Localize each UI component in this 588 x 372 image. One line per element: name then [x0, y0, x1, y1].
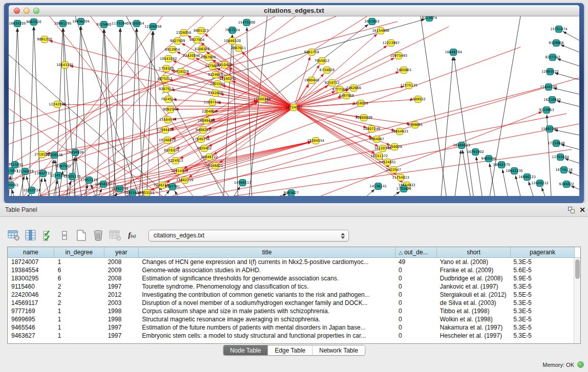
graph-node[interactable]: 9463627: [284, 190, 298, 196]
graph-node[interactable]: 11731940: [112, 20, 129, 27]
table-cell[interactable]: Franke et al. (2009): [436, 266, 510, 274]
graph-node[interactable]: 7462666: [346, 85, 361, 92]
graph-node[interactable]: 9465546: [481, 156, 496, 162]
table-cell[interactable]: 5.3E-5: [510, 323, 574, 332]
minimize-window-button[interactable]: [24, 8, 30, 14]
table-cell[interactable]: Tourette syndrome. Phenomenology and cla…: [139, 282, 395, 291]
graph-node[interactable]: 14569117: [234, 180, 251, 186]
table-cell[interactable]: 1: [54, 307, 104, 315]
graph-node[interactable]: 9224513: [168, 158, 183, 164]
table-settings-icon[interactable]: [7, 229, 20, 242]
graph-node[interactable]: 17210648: [548, 140, 565, 147]
graph-node[interactable]: 13942737: [34, 170, 52, 177]
table-cell[interactable]: Investigating the contribution of common…: [139, 291, 395, 299]
graph-node[interactable]: 1733426: [396, 186, 411, 192]
table-row[interactable]: 1872400712008Changes of HCN gene express…: [8, 258, 574, 266]
graph-node[interactable]: 15475300: [238, 19, 255, 26]
table-row[interactable]: 1456911722003Disruption of a novel membe…: [8, 299, 574, 307]
graph-node[interactable]: 14524851: [379, 159, 396, 166]
graph-node[interactable]: 9777169: [332, 86, 347, 93]
column-visibility-icon[interactable]: [24, 229, 37, 242]
graph-node[interactable]: 9663520: [26, 19, 41, 26]
table-cell[interactable]: Structural magnetic resonance image aver…: [139, 315, 395, 323]
graph-node[interactable]: 12923448: [124, 190, 141, 196]
graph-node[interactable]: 9267513: [159, 86, 173, 93]
tab-node-table[interactable]: Node Table: [223, 345, 268, 355]
graph-node[interactable]: 16946123: [518, 174, 536, 181]
graph-node[interactable]: 19166822: [159, 137, 176, 144]
graph-node[interactable]: 12505115: [63, 173, 81, 180]
table-cell[interactable]: 2: [54, 291, 104, 299]
table-cell[interactable]: Genome-wide association studies in ADHD.: [139, 266, 395, 274]
import-table-icon[interactable]: [108, 229, 122, 242]
table-cell[interactable]: 22420046: [8, 291, 54, 299]
table-cell[interactable]: 5.3E-5: [510, 258, 574, 266]
graph-node[interactable]: 12093872: [541, 69, 559, 75]
close-window-button[interactable]: [14, 8, 20, 14]
table-row[interactable]: 946554611997Estimation of the future num…: [8, 323, 574, 332]
table-cell[interactable]: 0: [395, 332, 437, 340]
table-cell[interactable]: 0: [395, 307, 437, 315]
scrollbar-thumb[interactable]: [575, 259, 580, 279]
float-window-icon[interactable]: [565, 205, 577, 214]
graph-node[interactable]: 1758120: [159, 65, 173, 72]
table-cell[interactable]: Jankovic et al. (1997): [436, 282, 510, 291]
graph-node[interactable]: 16042375: [493, 162, 510, 168]
table-cell[interactable]: Hescheler et al. (1997): [436, 332, 510, 340]
graph-node[interactable]: 9891230: [37, 36, 52, 43]
table-cell[interactable]: 0: [395, 282, 437, 291]
graph-node[interactable]: 16099488: [198, 118, 215, 124]
graph-node[interactable]: 19384554: [307, 138, 324, 144]
table-cell[interactable]: 18724007: [8, 258, 54, 266]
close-icon[interactable]: ✕: [577, 205, 588, 214]
graph-node[interactable]: 12160251: [219, 76, 236, 82]
graph-node[interactable]: 1588532: [410, 96, 425, 103]
table-cell[interactable]: 5.3E-5: [510, 299, 574, 307]
table-cell[interactable]: Embryonic stem cells: a model to study s…: [139, 332, 395, 340]
graph-node[interactable]: 12703504: [552, 154, 569, 161]
graph-node[interactable]: 7624513: [161, 96, 176, 103]
graph-node[interactable]: 6734028: [319, 67, 334, 74]
table-selector-dropdown[interactable]: citations_edges.txt: [148, 230, 349, 242]
table-cell[interactable]: 0: [395, 291, 437, 299]
table-vertical-scrollbar[interactable]: [574, 258, 580, 343]
graph-node[interactable]: 12375125: [400, 82, 418, 89]
graph-node[interactable]: 12450212: [531, 180, 549, 187]
table-cell[interactable]: Tibbo et al. (1998): [436, 307, 510, 315]
table-cell[interactable]: Estimation of significance thresholds fo…: [139, 274, 395, 282]
table-cell[interactable]: 2008: [104, 258, 139, 266]
column-header-year[interactable]: year: [104, 247, 139, 257]
table-cell[interactable]: 5.6E-5: [510, 266, 574, 274]
graph-node[interactable]: 16151372: [371, 153, 388, 160]
graph-node[interactable]: 10642335: [506, 168, 523, 174]
graph-node[interactable]: 18436204: [72, 18, 90, 25]
table-cell[interactable]: 14569117: [8, 299, 54, 307]
table-cell[interactable]: 1997: [104, 323, 139, 332]
graph-node[interactable]: 12206058: [144, 24, 162, 30]
graph-node[interactable]: 18807249: [363, 126, 380, 133]
graph-node[interactable]: 16635205: [9, 20, 26, 27]
graph-node[interactable]: 2803144: [210, 81, 225, 87]
table-cell[interactable]: 2008: [104, 274, 139, 282]
graph-node[interactable]: 8186328: [194, 46, 209, 53]
graph-node[interactable]: 2226058: [176, 30, 191, 36]
table-cell[interactable]: 0: [395, 323, 437, 332]
table-cell[interactable]: 6: [54, 274, 104, 282]
graph-node[interactable]: 6497568: [339, 93, 354, 99]
graph-node[interactable]: 12213967: [382, 40, 400, 47]
table-row[interactable]: 977716911998Corpus callosum shape and si…: [8, 307, 574, 315]
column-header-short[interactable]: short: [437, 247, 511, 257]
graph-node[interactable]: 15751074: [550, 26, 568, 33]
graph-node[interactable]: 8113074: [422, 16, 437, 21]
graph-node[interactable]: 16654923: [391, 128, 408, 135]
table-cell[interactable]: Yano et al. (2008): [436, 258, 510, 266]
table-cell[interactable]: 5.5E-5: [510, 291, 574, 299]
table-row[interactable]: 946362711997Embryonic stem cells: a mode…: [8, 332, 574, 340]
delete-column-icon[interactable]: [92, 229, 105, 242]
table-cell[interactable]: Nakamura et al. (1997): [436, 323, 510, 332]
graph-node[interactable]: 16791902: [467, 149, 484, 156]
table-cell[interactable]: 9699695: [8, 315, 54, 323]
graph-node[interactable]: 9457791: [165, 184, 180, 190]
graph-node[interactable]: 9827504: [189, 37, 204, 43]
graph-node[interactable]: 16648784: [445, 49, 462, 56]
